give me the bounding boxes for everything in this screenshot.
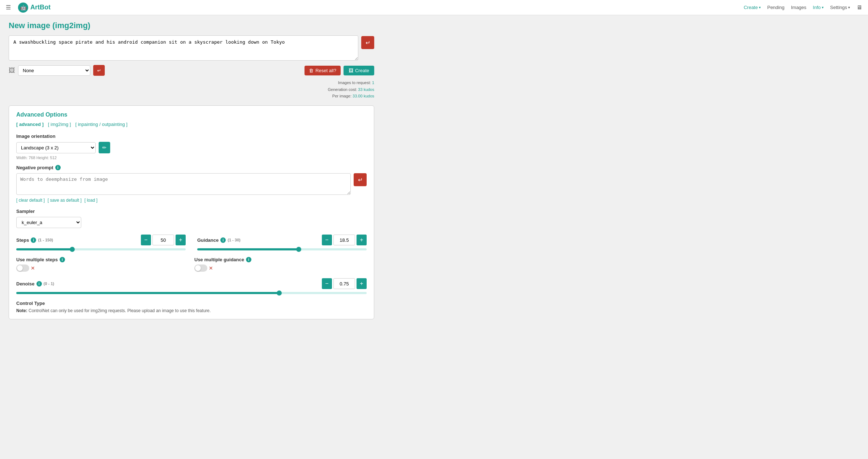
page-title: New image (img2img) xyxy=(9,21,374,30)
tab-advanced[interactable]: [ advanced ] xyxy=(16,122,44,127)
clear-default-link[interactable]: [ clear default ] xyxy=(16,198,45,203)
use-multiple-guidance-toggle-bg[interactable] xyxy=(194,265,207,272)
denoise-header: Denoise i (0 - 1) − + xyxy=(16,278,367,289)
nav-pending[interactable]: Pending xyxy=(767,5,785,10)
negative-prompt-submit-button[interactable]: ↵ xyxy=(354,173,367,186)
steps-header: Steps i (1 - 150) − + xyxy=(16,235,186,245)
create-caret: ▾ xyxy=(759,5,761,9)
guidance-slider[interactable] xyxy=(197,248,367,250)
denoise-info-icon[interactable]: i xyxy=(36,281,42,287)
negative-prompt-row: ↵ xyxy=(16,173,367,195)
negative-prompt-input[interactable] xyxy=(16,173,351,195)
settings-caret: ▾ xyxy=(848,5,850,9)
use-multiple-guidance-clear[interactable]: ✕ xyxy=(209,265,213,271)
use-multiple-guidance-info-icon[interactable]: i xyxy=(246,257,251,262)
guidance-header: Guidance i (1 - 30) − + xyxy=(197,235,367,245)
steps-controls: − + xyxy=(141,235,186,245)
use-multiple-steps-info-icon[interactable]: i xyxy=(60,257,65,262)
orientation-row: Landscape (3 x 2) ✏ xyxy=(16,142,367,153)
guidance-info-icon[interactable]: i xyxy=(220,237,226,243)
orientation-select[interactable]: Landscape (3 x 2) xyxy=(16,142,96,153)
use-multiple-guidance-block: Use multiple guidance i ✕ xyxy=(194,257,367,272)
steps-block: Steps i (1 - 150) − + xyxy=(16,235,186,250)
control-type-section: Control Type Note: ControlNet can only b… xyxy=(16,301,367,313)
navbar: ☰ 🤖 ArtBot Create ▾ Pending Images Info … xyxy=(0,0,868,15)
guidance-block: Guidance i (1 - 30) − + xyxy=(197,235,367,250)
use-multiple-steps-toggle-knob xyxy=(17,265,23,271)
negative-prompt-info-icon[interactable]: i xyxy=(55,165,61,170)
steps-info-icon[interactable]: i xyxy=(31,237,36,243)
negative-prompt-label: Negative prompt i xyxy=(16,165,367,170)
denoise-minus-button[interactable]: − xyxy=(322,278,332,289)
nav-images[interactable]: Images xyxy=(791,5,807,10)
model-enter-button[interactable]: ↵ xyxy=(93,65,105,76)
guidance-range: (1 - 30) xyxy=(228,238,240,242)
negative-prompt-links: [ clear default ] [ save as default ] [ … xyxy=(16,198,367,203)
nav-info[interactable]: Info ▾ xyxy=(813,5,824,10)
use-multiple-guidance-toggle: ✕ xyxy=(194,265,367,272)
advanced-tabs: [ advanced ] [ img2img ] [ inpainting / … xyxy=(16,122,367,127)
denoise-input[interactable] xyxy=(333,278,355,289)
nav-create[interactable]: Create ▾ xyxy=(744,5,761,10)
steps-range: (1 - 150) xyxy=(38,238,53,242)
denoise-label: Denoise xyxy=(16,281,35,287)
denoise-slider[interactable] xyxy=(16,292,367,294)
monitor-icon[interactable]: 🖥 xyxy=(856,4,862,11)
control-row: 🖼 None ↵ 🗑 Reset all? 🖼 Create xyxy=(9,65,374,76)
use-multiple-steps-block: Use multiple steps i ✕ xyxy=(16,257,189,272)
hamburger-icon[interactable]: ☰ xyxy=(6,4,11,11)
tab-img2img[interactable]: [ img2img ] xyxy=(48,122,71,127)
image-upload-icon[interactable]: 🖼 xyxy=(9,67,15,74)
steps-input[interactable] xyxy=(152,235,174,245)
create-button[interactable]: 🖼 Create xyxy=(344,66,374,75)
control-type-note: Note: ControlNet can only be used for im… xyxy=(16,308,367,313)
main-content: New image (img2img) ↵ 🖼 None ↵ 🗑 Reset a… xyxy=(0,15,383,325)
brand-logo[interactable]: 🤖 ArtBot xyxy=(18,3,51,13)
orientation-edit-button[interactable]: ✏ xyxy=(99,142,110,153)
steps-minus-button[interactable]: − xyxy=(141,235,151,245)
prompt-input[interactable] xyxy=(9,35,358,61)
reset-icon: 🗑 xyxy=(309,68,314,73)
nav-links: Create ▾ Pending Images Info ▾ Settings … xyxy=(744,4,862,11)
use-multiple-steps-clear[interactable]: ✕ xyxy=(31,265,35,271)
advanced-title: Advanced Options xyxy=(16,112,367,118)
steps-plus-button[interactable]: + xyxy=(176,235,186,245)
steps-label: Steps xyxy=(16,237,29,243)
save-as-default-link[interactable]: [ save as default ] xyxy=(48,198,82,203)
logo-icon: 🤖 xyxy=(18,3,28,13)
params-grid: Steps i (1 - 150) − + xyxy=(16,235,367,250)
control-type-title: Control Type xyxy=(16,301,367,306)
load-link[interactable]: [ load ] xyxy=(85,198,98,203)
guidance-plus-button[interactable]: + xyxy=(357,235,367,245)
kudos-info: Images to request: 1 Generation cost: 33… xyxy=(9,79,374,100)
advanced-panel: Advanced Options [ advanced ] [ img2img … xyxy=(9,105,374,319)
reset-all-button[interactable]: 🗑 Reset all? xyxy=(305,66,341,75)
guidance-input[interactable] xyxy=(333,235,355,245)
steps-slider[interactable] xyxy=(16,248,186,250)
sampler-select[interactable]: k_euler_a xyxy=(16,217,81,228)
use-multiple-steps-toggle: ✕ xyxy=(16,265,189,272)
denoise-range: (0 - 1) xyxy=(44,281,54,286)
guidance-label: Guidance xyxy=(197,237,219,243)
denoise-block: Denoise i (0 - 1) − + xyxy=(16,278,367,294)
denoise-controls: − + xyxy=(322,278,367,289)
prompt-row: ↵ xyxy=(9,35,374,61)
prompt-submit-button[interactable]: ↵ xyxy=(361,36,374,49)
sampler-label: Sampler xyxy=(16,209,367,214)
model-select[interactable]: None xyxy=(18,65,90,76)
nav-settings[interactable]: Settings ▾ xyxy=(830,5,850,10)
use-multiple-steps-toggle-bg[interactable] xyxy=(16,265,29,272)
brand-name: ArtBot xyxy=(30,4,51,11)
dimensions-label: Width: 768 Height: 512 xyxy=(16,156,367,160)
guidance-minus-button[interactable]: − xyxy=(322,235,332,245)
denoise-plus-button[interactable]: + xyxy=(357,278,367,289)
toggles-grid: Use multiple steps i ✕ Use multiple guid… xyxy=(16,257,367,272)
create-icon: 🖼 xyxy=(349,68,353,73)
image-orientation-label: Image orientation xyxy=(16,134,367,139)
info-caret: ▾ xyxy=(822,5,824,9)
use-multiple-guidance-toggle-knob xyxy=(195,265,201,271)
guidance-controls: − + xyxy=(322,235,367,245)
tab-inpainting[interactable]: [ inpainting / outpainting ] xyxy=(75,122,128,127)
